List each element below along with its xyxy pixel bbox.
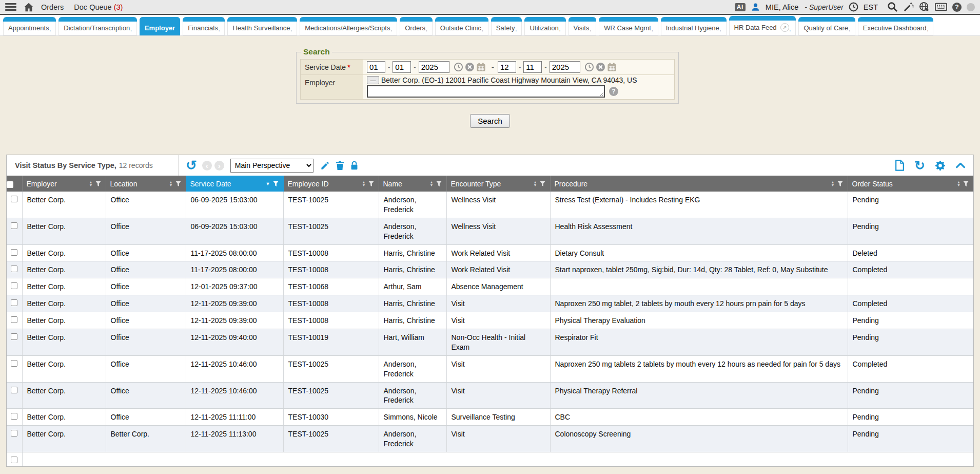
- tab-dictation-transcription[interactable]: Dictation/Transcription: [58, 17, 137, 35]
- lock-icon[interactable]: [350, 161, 359, 170]
- calendar-icon[interactable]: [607, 62, 617, 72]
- cell-encounter-type: Visit: [446, 426, 550, 452]
- record-count: 12 records: [119, 161, 153, 169]
- clock-icon[interactable]: [849, 2, 858, 12]
- clear-date-icon[interactable]: [465, 62, 475, 72]
- cell-order-status: Pending: [848, 382, 973, 409]
- tab-wr-case-mgmt[interactable]: WR Case Mgmt: [599, 17, 658, 35]
- col-header-employer[interactable]: Employer▲▼: [22, 176, 106, 192]
- cell-order-status: Pending: [848, 329, 973, 356]
- edit-perspective-icon[interactable]: [320, 161, 330, 170]
- col-header-name[interactable]: Name▲▼: [379, 176, 446, 192]
- tab-accent-bar: [599, 17, 658, 22]
- row-checkbox[interactable]: [11, 457, 17, 463]
- col-header-location[interactable]: Location▲▼: [106, 176, 186, 192]
- cell-employee-id: TEST-10025: [283, 355, 379, 382]
- cell-procedure: Dietary Consult: [550, 244, 848, 261]
- cell-encounter-type: Surveillance Testing: [446, 409, 550, 426]
- help-icon[interactable]: ?: [952, 3, 962, 12]
- magic-wand-icon[interactable]: [903, 2, 914, 12]
- employer-search-input[interactable]: [367, 85, 605, 98]
- row-select-cell: [7, 452, 22, 466]
- perspective-select[interactable]: Main Perspective: [230, 159, 313, 173]
- employer-selected-value[interactable]: Better Corp. (EO-1) 12001 Pacific Coast …: [381, 76, 637, 84]
- col-header-order-status[interactable]: Order Status▲▼: [848, 176, 973, 192]
- previous-perspective-icon[interactable]: ‹: [202, 161, 212, 170]
- cell-employer: Better Corp.: [22, 278, 106, 295]
- tab-appointments[interactable]: Appointments: [3, 17, 56, 35]
- row-checkbox[interactable]: [11, 360, 17, 367]
- tab-accent-bar: [524, 17, 565, 22]
- calendar-icon[interactable]: [476, 62, 486, 72]
- row-checkbox[interactable]: [11, 333, 17, 340]
- row-checkbox[interactable]: [11, 196, 17, 202]
- row-checkbox[interactable]: [11, 266, 17, 272]
- col-header-encounter-type[interactable]: Encounter Type▲▼: [446, 176, 550, 192]
- globe-phone-icon[interactable]: [919, 2, 930, 12]
- date-from-month-input[interactable]: [367, 61, 385, 73]
- tab-label: Outside Clinic: [435, 22, 488, 35]
- cell-employer: Better Corp.: [22, 382, 106, 409]
- tab-employer[interactable]: Employer: [140, 17, 180, 35]
- tab-accent-bar: [183, 17, 225, 22]
- user-name[interactable]: MIE, Alice: [766, 3, 798, 11]
- select-all-checkbox[interactable]: [7, 176, 22, 192]
- clear-date-icon[interactable]: [596, 62, 605, 72]
- row-checkbox[interactable]: [11, 430, 17, 437]
- tab-hr-data-feed[interactable]: HR Data Feed↗: [729, 16, 796, 35]
- col-header-service-date[interactable]: Service Date▼: [186, 176, 283, 192]
- employer-help-icon[interactable]: ?: [609, 87, 618, 96]
- time-picker-icon[interactable]: [584, 62, 594, 72]
- next-perspective-icon[interactable]: ›: [214, 161, 224, 170]
- row-select-cell: [7, 261, 22, 278]
- tab-quality-of-care[interactable]: Quality of Care: [798, 17, 855, 35]
- col-header-employee-id[interactable]: Employee ID▲▼: [283, 176, 379, 192]
- user-icon[interactable]: [751, 2, 760, 12]
- refresh-icon[interactable]: ↻: [914, 159, 925, 172]
- cell-employer: Better Corp.: [22, 192, 106, 218]
- hamburger-menu-icon[interactable]: [5, 3, 16, 11]
- tab-safety[interactable]: Safety: [491, 17, 522, 35]
- tab-executive-dashboard[interactable]: Executive Dashboard: [858, 17, 933, 35]
- search-button[interactable]: Search: [470, 114, 510, 128]
- tab-outside-clinic[interactable]: Outside Clinic: [435, 17, 488, 35]
- cell-service-date: 06-09-2025 15:03:00: [186, 218, 283, 244]
- cell-encounter-type: Absence Management: [446, 278, 550, 295]
- row-checkbox[interactable]: [11, 299, 17, 306]
- filter-funnel-icon: [539, 180, 546, 187]
- home-icon[interactable]: [24, 3, 34, 12]
- breadcrumb-doc-queue[interactable]: Doc Queue (3): [74, 3, 123, 11]
- tab-industrial-hygiene[interactable]: Industrial Hygiene: [661, 17, 727, 35]
- date-from-day-input[interactable]: [393, 61, 411, 73]
- tab-financials[interactable]: Financials: [183, 17, 225, 35]
- col-header-procedure[interactable]: Procedure▲▼: [550, 176, 848, 192]
- cell-name: Hart, William: [379, 329, 446, 356]
- row-checkbox[interactable]: [11, 282, 17, 289]
- date-to-day-input[interactable]: [523, 61, 542, 73]
- tab-medications-allergies-scripts[interactable]: Medications/Allergies/Scripts: [300, 17, 397, 35]
- tab-orders[interactable]: Orders: [400, 17, 433, 35]
- ai-badge[interactable]: AI: [735, 3, 746, 11]
- date-to-year-input[interactable]: [550, 61, 580, 73]
- keyboard-icon[interactable]: [935, 3, 947, 11]
- date-from-year-input[interactable]: [419, 61, 449, 73]
- undo-icon[interactable]: ↺: [186, 159, 197, 172]
- new-document-icon[interactable]: [895, 160, 905, 171]
- collapse-employer-button[interactable]: —: [367, 76, 379, 84]
- cell-encounter-type: Visit: [446, 312, 550, 329]
- row-checkbox[interactable]: [11, 413, 17, 420]
- collapse-grid-icon[interactable]: [955, 161, 966, 169]
- tab-utilization[interactable]: Utilization: [524, 17, 565, 35]
- search-icon[interactable]: [887, 2, 898, 12]
- delete-perspective-icon[interactable]: [336, 161, 344, 170]
- tab-visits[interactable]: Visits: [569, 17, 597, 35]
- row-checkbox[interactable]: [11, 387, 17, 393]
- settings-gear-icon[interactable]: [935, 160, 946, 171]
- time-picker-icon[interactable]: [454, 62, 463, 72]
- row-checkbox[interactable]: [11, 316, 17, 323]
- tab-health-surveillance[interactable]: Health Surveillance: [227, 17, 297, 35]
- breadcrumb-orders[interactable]: Orders: [41, 3, 64, 11]
- row-checkbox[interactable]: [11, 249, 17, 256]
- date-to-month-input[interactable]: [498, 61, 516, 73]
- row-checkbox[interactable]: [11, 222, 17, 229]
